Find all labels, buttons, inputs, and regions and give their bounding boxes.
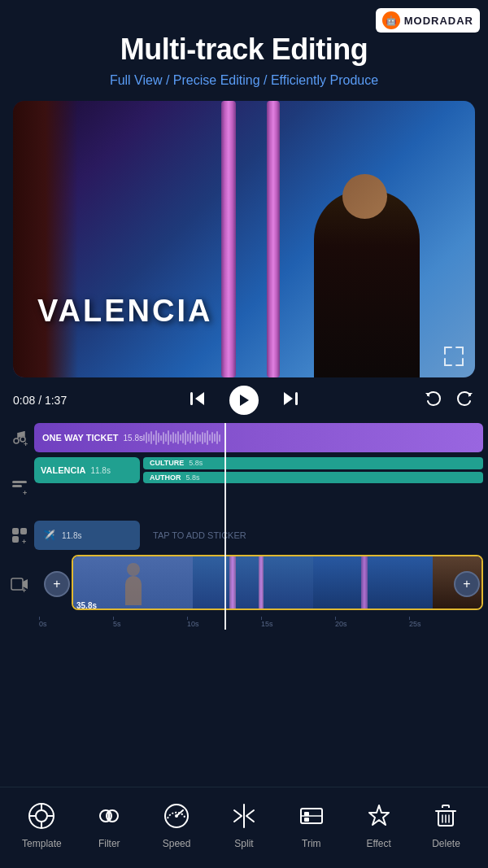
- music-track-duration: 15.8s: [124, 434, 143, 443]
- video-scene: [13, 101, 475, 377]
- svg-marker-14: [284, 392, 293, 405]
- add-video-segment-left[interactable]: +: [44, 571, 70, 597]
- culture-label: CULTURE: [150, 459, 184, 467]
- redo-button[interactable]: [455, 389, 475, 412]
- play-button[interactable]: [229, 386, 259, 415]
- ruler-label-0: 0s: [39, 620, 47, 628]
- text-track-content[interactable]: VALENCIA 11.8s CULTURE 5.8s AUTHOR 5.8s: [34, 457, 483, 516]
- svg-rect-25: [12, 528, 19, 534]
- page-title: Multi-track Editing: [16, 33, 472, 67]
- video-preview: VALENCIA: [13, 101, 475, 377]
- template-label: Template: [22, 838, 62, 849]
- sticker-track-icon[interactable]: +: [5, 526, 34, 544]
- video-text-overlay: VALENCIA: [37, 294, 212, 329]
- text-track-row: + VALENCIA 11.8s CULTURE 5.8s: [0, 457, 488, 516]
- svg-point-33: [36, 810, 47, 822]
- fullscreen-button[interactable]: [442, 345, 465, 368]
- add-video-segment-right[interactable]: +: [454, 571, 480, 597]
- delete-icon: [429, 799, 463, 833]
- svg-rect-9: [462, 358, 464, 366]
- sticker-duration: 11.8s: [62, 531, 81, 540]
- svg-rect-27: [12, 536, 19, 543]
- svg-marker-12: [240, 395, 249, 406]
- video-left-edge: [13, 101, 78, 377]
- svg-text:+: +: [24, 440, 28, 446]
- toolbar-split[interactable]: Split: [220, 799, 268, 849]
- playback-bar: 0:08 / 1:37: [0, 377, 488, 423]
- timeline-section: + ONE WAY TICKET 15.8s +: [0, 423, 488, 630]
- sticker-track-row: + ✈️ 11.8s TAP TO ADD STICKER: [0, 521, 488, 550]
- svg-rect-22: [12, 481, 27, 483]
- pillar-1: [221, 101, 236, 377]
- svg-rect-26: [20, 528, 27, 534]
- header-subtitle: Full View / Precise Editing / Efficientl…: [16, 73, 472, 88]
- tap-add-sticker-area[interactable]: TAP TO ADD STICKER: [143, 521, 483, 550]
- text-track-row-inner: VALENCIA 11.8s CULTURE 5.8s AUTHOR 5.8s: [34, 457, 483, 516]
- svg-marker-11: [195, 392, 204, 405]
- svg-rect-5: [462, 347, 464, 355]
- modradar-label: MODRADAR: [404, 15, 473, 27]
- svg-rect-10: [190, 392, 193, 405]
- effect-icon: [362, 799, 396, 833]
- valencia-label: VALENCIA: [41, 465, 85, 475]
- ruler-label-10: 10s: [187, 620, 199, 628]
- music-track-content[interactable]: ONE WAY TICKET 15.8s: [34, 423, 483, 452]
- toolbar-filter[interactable]: Filter: [85, 799, 133, 849]
- author-label: AUTHOR: [150, 473, 181, 482]
- skip-back-button[interactable]: [189, 390, 207, 412]
- author-text-track: AUTHOR 5.8s: [143, 472, 483, 484]
- sticker-block: ✈️ 11.8s: [34, 521, 140, 550]
- toolbar-effect[interactable]: Effect: [355, 799, 403, 849]
- time-display: 0:08 / 1:37: [13, 394, 78, 407]
- music-track-label: ONE WAY TICKET: [42, 433, 119, 443]
- video-track-row: + + + 35.8s: [0, 555, 488, 613]
- toolbar-delete[interactable]: Delete: [421, 799, 470, 849]
- split-icon: [227, 799, 261, 833]
- ruler-mark-15s: 15s: [261, 617, 335, 628]
- sticker-track-inner: ✈️ 11.8s TAP TO ADD STICKER: [34, 521, 483, 550]
- ruler-label-5: 5s: [113, 620, 121, 628]
- sticker-emoji-icon: ✈️: [41, 527, 57, 543]
- video-background: VALENCIA: [13, 101, 475, 377]
- ruler-mark-10s: 10s: [187, 617, 261, 628]
- svg-marker-15: [425, 393, 429, 397]
- video-strip: [72, 555, 483, 610]
- trim-icon: [294, 799, 329, 833]
- undo-button[interactable]: [423, 389, 442, 412]
- valencia-duration: 11.8s: [90, 466, 110, 475]
- video-timeline[interactable]: + + 35.8s: [34, 555, 483, 613]
- text-track-icon[interactable]: +: [5, 478, 34, 495]
- culture-text-track: CULTURE 5.8s: [143, 457, 483, 469]
- effect-label: Effect: [366, 838, 390, 849]
- toolbar-speed[interactable]: Speed: [152, 799, 201, 849]
- bottom-toolbar: Template Filter Speed: [0, 787, 488, 868]
- svg-text:🤖: 🤖: [386, 15, 397, 26]
- ruler-label-25: 25s: [409, 620, 421, 628]
- video-track-icon: +: [5, 575, 34, 593]
- modradar-badge: 🤖 MODRADAR: [376, 8, 480, 33]
- music-track-row: + ONE WAY TICKET 15.8s: [0, 423, 488, 452]
- tap-add-sticker-label: TAP TO ADD STICKER: [153, 530, 246, 540]
- svg-rect-13: [295, 392, 298, 405]
- ruler-label-20: 20s: [335, 620, 347, 628]
- svg-point-42: [175, 814, 178, 818]
- toolbar-template[interactable]: Template: [17, 799, 66, 849]
- speed-label: Speed: [163, 838, 191, 849]
- svg-rect-7: [444, 358, 446, 366]
- valencia-text-track: VALENCIA 11.8s: [34, 457, 140, 483]
- timeline-ruler: 0s 5s 10s 15s 20s: [5, 617, 483, 630]
- svg-marker-16: [468, 393, 473, 397]
- svg-rect-47: [304, 818, 309, 822]
- sticker-track-content[interactable]: ✈️ 11.8s TAP TO ADD STICKER: [34, 521, 483, 550]
- svg-text:+: +: [23, 489, 27, 495]
- trim-label: Trim: [302, 838, 321, 849]
- svg-rect-3: [444, 347, 446, 355]
- skip-forward-button[interactable]: [281, 390, 299, 412]
- author-duration: 5.8s: [186, 473, 200, 482]
- music-track-icon[interactable]: +: [5, 430, 34, 446]
- playback-controls: [78, 386, 410, 415]
- filter-icon: [92, 799, 126, 833]
- ruler-mark-25s: 25s: [409, 617, 483, 628]
- svg-text:+: +: [22, 538, 26, 544]
- toolbar-trim[interactable]: Trim: [287, 799, 336, 849]
